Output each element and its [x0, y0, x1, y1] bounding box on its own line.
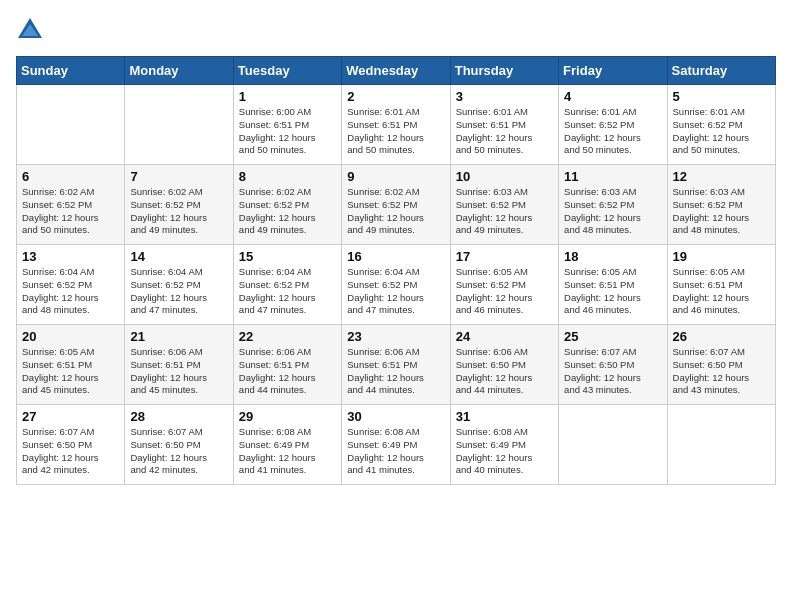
calendar-cell: 13Sunrise: 6:04 AM Sunset: 6:52 PM Dayli…	[17, 245, 125, 325]
calendar-cell: 23Sunrise: 6:06 AM Sunset: 6:51 PM Dayli…	[342, 325, 450, 405]
day-info: Sunrise: 6:05 AM Sunset: 6:52 PM Dayligh…	[456, 266, 553, 317]
day-number: 30	[347, 409, 444, 424]
day-number: 25	[564, 329, 661, 344]
day-number: 19	[673, 249, 770, 264]
weekday-header: Wednesday	[342, 57, 450, 85]
day-number: 15	[239, 249, 336, 264]
day-info: Sunrise: 6:04 AM Sunset: 6:52 PM Dayligh…	[22, 266, 119, 317]
day-number: 21	[130, 329, 227, 344]
day-number: 7	[130, 169, 227, 184]
page-header	[16, 16, 776, 44]
weekday-header: Friday	[559, 57, 667, 85]
calendar-cell: 15Sunrise: 6:04 AM Sunset: 6:52 PM Dayli…	[233, 245, 341, 325]
day-number: 28	[130, 409, 227, 424]
day-info: Sunrise: 6:08 AM Sunset: 6:49 PM Dayligh…	[456, 426, 553, 477]
day-info: Sunrise: 6:06 AM Sunset: 6:50 PM Dayligh…	[456, 346, 553, 397]
weekday-header-row: SundayMondayTuesdayWednesdayThursdayFrid…	[17, 57, 776, 85]
day-info: Sunrise: 6:03 AM Sunset: 6:52 PM Dayligh…	[673, 186, 770, 237]
day-number: 12	[673, 169, 770, 184]
day-number: 27	[22, 409, 119, 424]
day-info: Sunrise: 6:03 AM Sunset: 6:52 PM Dayligh…	[564, 186, 661, 237]
day-number: 26	[673, 329, 770, 344]
day-info: Sunrise: 6:06 AM Sunset: 6:51 PM Dayligh…	[239, 346, 336, 397]
day-info: Sunrise: 6:07 AM Sunset: 6:50 PM Dayligh…	[673, 346, 770, 397]
calendar-cell	[17, 85, 125, 165]
day-info: Sunrise: 6:05 AM Sunset: 6:51 PM Dayligh…	[564, 266, 661, 317]
day-info: Sunrise: 6:04 AM Sunset: 6:52 PM Dayligh…	[130, 266, 227, 317]
calendar-cell: 26Sunrise: 6:07 AM Sunset: 6:50 PM Dayli…	[667, 325, 775, 405]
day-number: 14	[130, 249, 227, 264]
calendar-cell: 14Sunrise: 6:04 AM Sunset: 6:52 PM Dayli…	[125, 245, 233, 325]
day-number: 13	[22, 249, 119, 264]
calendar-week-row: 27Sunrise: 6:07 AM Sunset: 6:50 PM Dayli…	[17, 405, 776, 485]
logo	[16, 16, 48, 44]
day-number: 3	[456, 89, 553, 104]
calendar-cell: 21Sunrise: 6:06 AM Sunset: 6:51 PM Dayli…	[125, 325, 233, 405]
calendar-week-row: 1Sunrise: 6:00 AM Sunset: 6:51 PM Daylig…	[17, 85, 776, 165]
day-number: 8	[239, 169, 336, 184]
calendar-cell: 9Sunrise: 6:02 AM Sunset: 6:52 PM Daylig…	[342, 165, 450, 245]
weekday-header: Thursday	[450, 57, 558, 85]
calendar-cell: 20Sunrise: 6:05 AM Sunset: 6:51 PM Dayli…	[17, 325, 125, 405]
day-number: 5	[673, 89, 770, 104]
calendar-cell: 10Sunrise: 6:03 AM Sunset: 6:52 PM Dayli…	[450, 165, 558, 245]
day-number: 17	[456, 249, 553, 264]
day-number: 16	[347, 249, 444, 264]
calendar-week-row: 6Sunrise: 6:02 AM Sunset: 6:52 PM Daylig…	[17, 165, 776, 245]
day-number: 23	[347, 329, 444, 344]
calendar-cell	[559, 405, 667, 485]
day-info: Sunrise: 6:05 AM Sunset: 6:51 PM Dayligh…	[22, 346, 119, 397]
calendar-table: SundayMondayTuesdayWednesdayThursdayFrid…	[16, 56, 776, 485]
day-info: Sunrise: 6:02 AM Sunset: 6:52 PM Dayligh…	[239, 186, 336, 237]
weekday-header: Tuesday	[233, 57, 341, 85]
calendar-cell: 1Sunrise: 6:00 AM Sunset: 6:51 PM Daylig…	[233, 85, 341, 165]
calendar-cell: 18Sunrise: 6:05 AM Sunset: 6:51 PM Dayli…	[559, 245, 667, 325]
day-number: 10	[456, 169, 553, 184]
calendar-cell: 24Sunrise: 6:06 AM Sunset: 6:50 PM Dayli…	[450, 325, 558, 405]
day-info: Sunrise: 6:08 AM Sunset: 6:49 PM Dayligh…	[239, 426, 336, 477]
calendar-cell: 12Sunrise: 6:03 AM Sunset: 6:52 PM Dayli…	[667, 165, 775, 245]
calendar-cell	[667, 405, 775, 485]
day-info: Sunrise: 6:02 AM Sunset: 6:52 PM Dayligh…	[347, 186, 444, 237]
day-info: Sunrise: 6:06 AM Sunset: 6:51 PM Dayligh…	[130, 346, 227, 397]
calendar-cell: 6Sunrise: 6:02 AM Sunset: 6:52 PM Daylig…	[17, 165, 125, 245]
day-info: Sunrise: 6:04 AM Sunset: 6:52 PM Dayligh…	[239, 266, 336, 317]
calendar-cell: 4Sunrise: 6:01 AM Sunset: 6:52 PM Daylig…	[559, 85, 667, 165]
calendar-cell: 31Sunrise: 6:08 AM Sunset: 6:49 PM Dayli…	[450, 405, 558, 485]
day-info: Sunrise: 6:01 AM Sunset: 6:51 PM Dayligh…	[347, 106, 444, 157]
day-number: 20	[22, 329, 119, 344]
day-number: 2	[347, 89, 444, 104]
day-info: Sunrise: 6:01 AM Sunset: 6:52 PM Dayligh…	[673, 106, 770, 157]
calendar-cell: 17Sunrise: 6:05 AM Sunset: 6:52 PM Dayli…	[450, 245, 558, 325]
day-number: 24	[456, 329, 553, 344]
calendar-cell: 29Sunrise: 6:08 AM Sunset: 6:49 PM Dayli…	[233, 405, 341, 485]
day-number: 31	[456, 409, 553, 424]
day-number: 4	[564, 89, 661, 104]
day-number: 18	[564, 249, 661, 264]
day-info: Sunrise: 6:06 AM Sunset: 6:51 PM Dayligh…	[347, 346, 444, 397]
day-number: 29	[239, 409, 336, 424]
day-info: Sunrise: 6:02 AM Sunset: 6:52 PM Dayligh…	[22, 186, 119, 237]
day-number: 9	[347, 169, 444, 184]
day-number: 1	[239, 89, 336, 104]
calendar-cell: 3Sunrise: 6:01 AM Sunset: 6:51 PM Daylig…	[450, 85, 558, 165]
calendar-cell: 25Sunrise: 6:07 AM Sunset: 6:50 PM Dayli…	[559, 325, 667, 405]
calendar-cell: 27Sunrise: 6:07 AM Sunset: 6:50 PM Dayli…	[17, 405, 125, 485]
calendar-cell: 22Sunrise: 6:06 AM Sunset: 6:51 PM Dayli…	[233, 325, 341, 405]
day-info: Sunrise: 6:04 AM Sunset: 6:52 PM Dayligh…	[347, 266, 444, 317]
day-info: Sunrise: 6:00 AM Sunset: 6:51 PM Dayligh…	[239, 106, 336, 157]
logo-icon	[16, 16, 44, 44]
weekday-header: Sunday	[17, 57, 125, 85]
calendar-cell: 5Sunrise: 6:01 AM Sunset: 6:52 PM Daylig…	[667, 85, 775, 165]
calendar-week-row: 13Sunrise: 6:04 AM Sunset: 6:52 PM Dayli…	[17, 245, 776, 325]
calendar-cell: 7Sunrise: 6:02 AM Sunset: 6:52 PM Daylig…	[125, 165, 233, 245]
day-info: Sunrise: 6:08 AM Sunset: 6:49 PM Dayligh…	[347, 426, 444, 477]
calendar-cell: 19Sunrise: 6:05 AM Sunset: 6:51 PM Dayli…	[667, 245, 775, 325]
day-info: Sunrise: 6:05 AM Sunset: 6:51 PM Dayligh…	[673, 266, 770, 317]
calendar-cell: 16Sunrise: 6:04 AM Sunset: 6:52 PM Dayli…	[342, 245, 450, 325]
calendar-cell: 11Sunrise: 6:03 AM Sunset: 6:52 PM Dayli…	[559, 165, 667, 245]
day-number: 22	[239, 329, 336, 344]
weekday-header: Saturday	[667, 57, 775, 85]
day-info: Sunrise: 6:07 AM Sunset: 6:50 PM Dayligh…	[130, 426, 227, 477]
calendar-cell: 2Sunrise: 6:01 AM Sunset: 6:51 PM Daylig…	[342, 85, 450, 165]
